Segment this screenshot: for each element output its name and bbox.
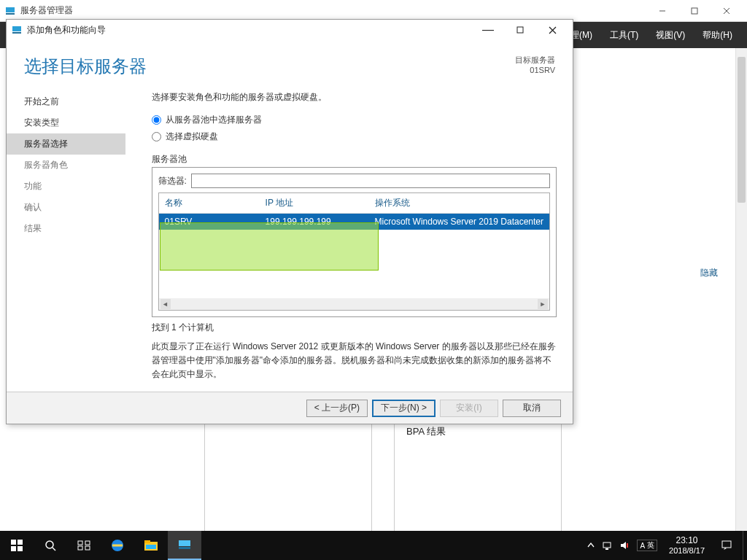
- table-row[interactable]: 01SRV 199.199.199.199 Microsoft Windows …: [159, 214, 549, 230]
- step-features[interactable]: 功能: [7, 176, 125, 197]
- hide-link[interactable]: 隐藏: [700, 267, 718, 279]
- radio-select-vhd[interactable]: 选择虚拟硬盘: [152, 131, 557, 143]
- panel-entry[interactable]: BPA 结果: [406, 425, 549, 438]
- wizard-minimize-button[interactable]: —: [472, 22, 504, 38]
- add-roles-wizard: 添加角色和功能向导 — 选择目标服务器 目标服务器 01SRV 开始之前 安装类…: [6, 19, 573, 424]
- step-before-begin[interactable]: 开始之前: [7, 91, 125, 112]
- vertical-scrollbar[interactable]: [735, 48, 747, 560]
- clock-date: 2018/8/17: [669, 546, 705, 556]
- svg-point-15: [46, 541, 53, 548]
- tray-network-icon[interactable]: [602, 540, 612, 551]
- server-manager-icon: [4, 5, 16, 17]
- start-button[interactable]: [0, 531, 34, 560]
- table-header: 名称 IP 地址 操作系统: [159, 193, 549, 214]
- page-description: 选择要安装角色和功能的服务器或虚拟硬盘。: [152, 91, 557, 104]
- main-title: 服务器管理器: [20, 4, 646, 17]
- svg-rect-12: [18, 540, 23, 545]
- svg-rect-11: [11, 540, 16, 545]
- svg-line-16: [53, 548, 55, 551]
- maximize-button[interactable]: [678, 1, 711, 21]
- install-button: 安装(I): [440, 400, 498, 417]
- prev-button[interactable]: < 上一步(P): [306, 400, 368, 417]
- radio-select-from-pool[interactable]: 从服务器池中选择服务器: [152, 114, 557, 126]
- server-table: 名称 IP 地址 操作系统 01SRV 199.199.199.199 Micr…: [158, 192, 550, 311]
- cell-ip: 199.199.199.199: [260, 214, 369, 230]
- wizard-body: 开始之前 安装类型 服务器选择 服务器角色 功能 确认 结果 选择要安装角色和功…: [7, 85, 573, 377]
- step-install-type[interactable]: 安装类型: [7, 112, 125, 133]
- wizard-button-row: < 上一步(P) 下一步(N) > 安装(I) 取消: [7, 392, 573, 424]
- radio-pool-input[interactable]: [152, 115, 161, 125]
- svg-rect-6: [12, 26, 21, 31]
- filter-label: 筛选器:: [158, 175, 187, 187]
- wizard-page-title: 选择目标服务器: [24, 55, 147, 78]
- menu-view[interactable]: 视图(V): [649, 25, 692, 46]
- svg-rect-13: [11, 546, 16, 551]
- svg-rect-1: [6, 13, 15, 15]
- step-results: 结果: [7, 218, 125, 239]
- wizard-icon: [11, 24, 23, 36]
- wizard-close-button[interactable]: [536, 22, 568, 38]
- svg-rect-24: [146, 545, 156, 549]
- step-server-roles[interactable]: 服务器角色: [7, 155, 125, 176]
- search-button[interactable]: [34, 531, 67, 560]
- svg-rect-19: [78, 546, 82, 550]
- cell-os: Microsoft Windows Server 2019 Datacenter: [369, 214, 549, 230]
- target-server-block: 目标服务器 01SRV: [515, 55, 555, 76]
- scroll-left-icon[interactable]: ◄: [160, 299, 171, 309]
- col-os[interactable]: 操作系统: [369, 193, 549, 213]
- svg-rect-23: [144, 540, 150, 543]
- server-pool-label: 服务器池: [152, 153, 557, 166]
- scrollbar-thumb[interactable]: [738, 57, 746, 203]
- svg-rect-20: [85, 546, 90, 550]
- tray-volume-icon[interactable]: [619, 540, 630, 551]
- wizard-header: 选择目标服务器 目标服务器 01SRV: [7, 40, 573, 85]
- scroll-right-icon[interactable]: ►: [538, 299, 548, 309]
- svg-rect-0: [6, 7, 15, 12]
- minimize-button[interactable]: [646, 1, 678, 21]
- radio-vhd-input[interactable]: [152, 132, 161, 141]
- action-center-button[interactable]: [711, 531, 743, 560]
- taskbar-ie-icon[interactable]: [101, 531, 134, 560]
- target-label: 目标服务器: [515, 55, 555, 65]
- menu-help[interactable]: 帮助(H): [695, 25, 740, 46]
- svg-rect-28: [605, 548, 608, 550]
- svg-rect-30: [722, 541, 731, 548]
- ime-indicator[interactable]: A英: [637, 540, 657, 551]
- svg-rect-18: [85, 541, 90, 545]
- task-view-button[interactable]: [67, 531, 101, 560]
- next-button[interactable]: 下一步(N) >: [372, 400, 436, 417]
- show-desktop-button[interactable]: [743, 531, 747, 560]
- wizard-title: 添加角色和功能向导: [27, 24, 472, 36]
- server-pool-box: 筛选器: 名称 IP 地址 操作系统 01SRV 199.199.199.199…: [152, 167, 557, 317]
- wizard-nav: 开始之前 安装类型 服务器选择 服务器角色 功能 确认 结果: [7, 85, 125, 377]
- horizontal-scrollbar[interactable]: ◄ ►: [159, 298, 549, 310]
- found-count: 找到 1 个计算机: [152, 322, 557, 334]
- col-name[interactable]: 名称: [159, 193, 260, 213]
- step-confirm: 确认: [7, 197, 125, 218]
- taskbar-explorer-icon[interactable]: [134, 531, 168, 560]
- menu-tools[interactable]: 工具(T): [603, 25, 646, 46]
- filter-row: 筛选器:: [158, 174, 550, 188]
- taskbar-server-manager-icon[interactable]: [168, 531, 201, 560]
- target-value: 01SRV: [515, 65, 555, 75]
- svg-rect-7: [12, 32, 21, 34]
- taskbar-clock[interactable]: 23:10 2018/8/17: [663, 535, 711, 556]
- clock-time: 23:10: [669, 535, 705, 545]
- taskbar: A英 23:10 2018/8/17: [0, 531, 747, 560]
- footer-description: 此页显示了正在运行 Windows Server 2012 或更新版本的 Win…: [152, 340, 557, 382]
- wizard-maximize-button[interactable]: [504, 22, 536, 38]
- step-server-selection[interactable]: 服务器选择: [7, 133, 125, 155]
- svg-rect-26: [179, 547, 190, 549]
- cancel-button[interactable]: 取消: [503, 400, 561, 417]
- col-ip[interactable]: IP 地址: [260, 193, 369, 213]
- tray-chevron-up-icon[interactable]: [587, 542, 595, 549]
- system-tray: A英: [581, 540, 663, 551]
- svg-rect-27: [603, 542, 611, 548]
- radio-pool-label: 从服务器池中选择服务器: [166, 114, 262, 126]
- close-button[interactable]: [711, 1, 743, 21]
- svg-rect-14: [18, 546, 23, 551]
- cell-name: 01SRV: [159, 214, 260, 230]
- radio-vhd-label: 选择虚拟硬盘: [166, 131, 218, 143]
- wizard-main: 选择要安装角色和功能的服务器或虚拟硬盘。 从服务器池中选择服务器 选择虚拟硬盘 …: [125, 85, 573, 377]
- filter-input[interactable]: [191, 174, 550, 188]
